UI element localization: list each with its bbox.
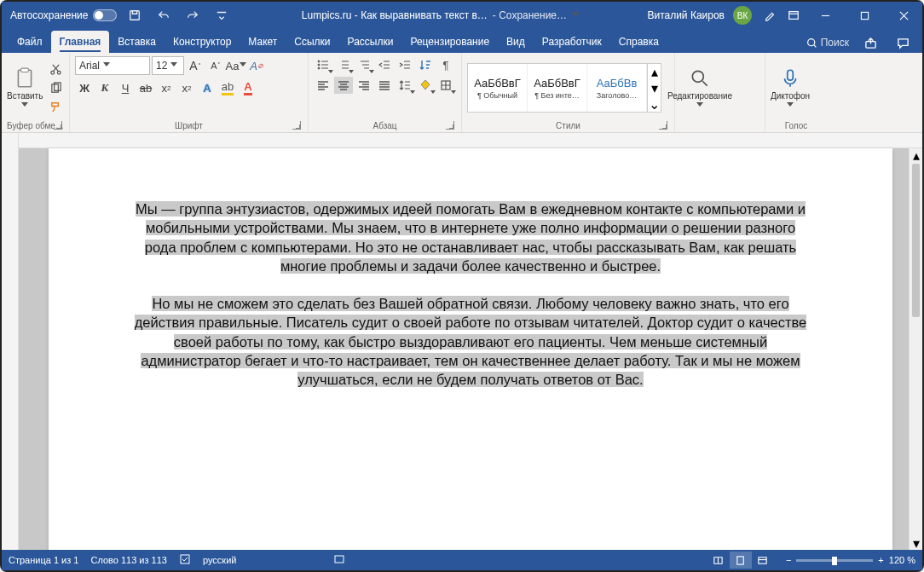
tab-layout[interactable]: Макет bbox=[240, 31, 286, 53]
maximize-button[interactable] bbox=[846, 2, 883, 29]
grow-font-icon[interactable]: A˄ bbox=[186, 56, 205, 75]
sort-icon[interactable] bbox=[416, 56, 435, 73]
scroll-up-icon[interactable]: ▴ bbox=[910, 148, 922, 162]
align-justify-icon[interactable] bbox=[375, 77, 394, 94]
scroll-thumb[interactable] bbox=[912, 164, 920, 317]
user-avatar[interactable]: ВК bbox=[733, 6, 752, 25]
undo-icon[interactable] bbox=[153, 3, 175, 27]
bold-button[interactable]: Ж bbox=[75, 78, 94, 97]
style-heading1[interactable]: АаБбВвЗаголово… bbox=[587, 64, 647, 112]
word-count[interactable]: Слово 113 из 113 bbox=[90, 555, 167, 565]
tab-view[interactable]: Вид bbox=[498, 31, 534, 53]
paste-button[interactable]: Вставить bbox=[7, 61, 43, 115]
font-size-combo[interactable]: 12 bbox=[152, 56, 184, 75]
paragraph-2[interactable]: Но мы не сможем это сделать без Вашей об… bbox=[132, 294, 809, 389]
italic-button[interactable]: К bbox=[95, 78, 114, 97]
dialog-launcher[interactable] bbox=[54, 121, 62, 130]
dialog-launcher[interactable] bbox=[292, 121, 301, 130]
chevron-down-icon bbox=[787, 102, 794, 109]
bullets-icon[interactable] bbox=[314, 56, 332, 73]
underline-button[interactable]: Ч bbox=[116, 78, 135, 97]
gallery-more-icon[interactable]: ⌄ bbox=[648, 96, 661, 113]
shrink-font-icon[interactable]: A˅ bbox=[206, 56, 225, 75]
style-gallery[interactable]: АаБбВвГ¶ Обычный АаБбВвГ¶ Без инте… АаБб… bbox=[467, 63, 661, 113]
gallery-up-icon[interactable]: ▴ bbox=[648, 64, 661, 80]
svg-rect-18 bbox=[335, 556, 344, 563]
tab-references[interactable]: Ссылки bbox=[286, 31, 338, 53]
tab-mailings[interactable]: Рассылки bbox=[339, 31, 402, 53]
web-layout-icon[interactable] bbox=[752, 552, 774, 569]
ribbon-display-icon[interactable] bbox=[783, 3, 805, 27]
autosave-toggle[interactable]: Автосохранение bbox=[10, 9, 117, 21]
tab-review[interactable]: Рецензирование bbox=[401, 31, 498, 53]
strike-button[interactable]: ab bbox=[136, 78, 155, 97]
close-button[interactable] bbox=[885, 2, 922, 29]
svg-rect-19 bbox=[737, 556, 743, 563]
zoom-in-button[interactable]: + bbox=[878, 555, 883, 565]
chevron-down-icon[interactable] bbox=[572, 12, 579, 19]
redo-icon[interactable] bbox=[182, 3, 204, 27]
style-normal[interactable]: АаБбВвГ¶ Обычный bbox=[468, 64, 528, 112]
font-name-combo[interactable]: Arial bbox=[75, 56, 150, 75]
indent-dec-icon[interactable] bbox=[375, 56, 394, 73]
multilevel-icon[interactable] bbox=[355, 56, 373, 73]
accessibility-icon[interactable] bbox=[333, 553, 345, 567]
numbering-icon[interactable] bbox=[334, 56, 353, 73]
line-spacing-icon[interactable] bbox=[396, 77, 414, 94]
tab-developer[interactable]: Разработчик bbox=[534, 31, 610, 53]
page-indicator[interactable]: Страница 1 из 1 bbox=[9, 555, 78, 565]
comments-icon[interactable] bbox=[892, 32, 914, 53]
font-color-icon[interactable]: A bbox=[239, 78, 257, 97]
dictate-button[interactable]: Диктофон bbox=[771, 61, 810, 115]
clear-format-icon[interactable]: A⊘ bbox=[247, 56, 266, 75]
highlight-icon[interactable]: ab bbox=[218, 78, 237, 97]
language-indicator[interactable]: русский bbox=[203, 555, 236, 565]
save-icon[interactable] bbox=[124, 3, 146, 27]
vertical-scrollbar[interactable]: ▴ ▾ bbox=[909, 148, 922, 550]
gallery-down-icon[interactable]: ▾ bbox=[648, 80, 661, 96]
change-case-icon[interactable]: Aa bbox=[227, 56, 245, 75]
superscript-icon[interactable]: x2 bbox=[177, 78, 196, 97]
scroll-down-icon[interactable]: ▾ bbox=[910, 536, 922, 550]
print-layout-icon[interactable] bbox=[730, 552, 752, 569]
align-right-icon[interactable] bbox=[355, 77, 373, 94]
tab-home[interactable]: Главная bbox=[51, 31, 110, 53]
copy-icon[interactable] bbox=[46, 79, 65, 96]
vertical-ruler[interactable] bbox=[2, 133, 19, 550]
indent-inc-icon[interactable] bbox=[396, 56, 414, 73]
horizontal-ruler[interactable] bbox=[19, 133, 922, 148]
cut-icon[interactable] bbox=[46, 61, 65, 78]
align-left-icon[interactable] bbox=[314, 77, 332, 94]
text-effects-icon[interactable]: A bbox=[198, 78, 217, 97]
borders-icon[interactable] bbox=[436, 77, 455, 94]
format-painter-icon[interactable] bbox=[46, 98, 65, 115]
page[interactable]: Мы — группа энтузиастов, одержимых идеей… bbox=[49, 148, 892, 550]
pen-icon[interactable] bbox=[759, 3, 781, 27]
zoom-slider[interactable] bbox=[796, 559, 873, 562]
group-editing: Редактирование bbox=[675, 53, 765, 132]
search-box[interactable]: Поиск bbox=[806, 37, 849, 49]
pilcrow-icon[interactable]: ¶ bbox=[436, 56, 455, 73]
shading-icon[interactable] bbox=[416, 77, 435, 94]
tab-insert[interactable]: Вставка bbox=[109, 31, 165, 53]
group-label: Стили bbox=[467, 119, 669, 132]
subscript-icon[interactable]: x2 bbox=[157, 78, 176, 97]
tab-design[interactable]: Конструктор bbox=[165, 31, 240, 53]
minimize-button[interactable] bbox=[806, 2, 844, 29]
editing-button[interactable]: Редактирование bbox=[680, 61, 719, 115]
qat-customize-icon[interactable] bbox=[211, 3, 233, 27]
zoom-out-button[interactable]: − bbox=[786, 555, 791, 565]
group-styles: АаБбВвГ¶ Обычный АаБбВвГ¶ Без инте… АаБб… bbox=[462, 53, 675, 132]
style-nospacing[interactable]: АаБбВвГ¶ Без инте… bbox=[528, 64, 587, 112]
tab-file[interactable]: Файл bbox=[9, 31, 51, 53]
read-mode-icon[interactable] bbox=[707, 552, 730, 569]
toggle-switch[interactable] bbox=[93, 9, 117, 21]
align-center-icon[interactable] bbox=[334, 77, 353, 94]
tab-help[interactable]: Справка bbox=[610, 31, 667, 53]
dialog-launcher[interactable] bbox=[659, 121, 667, 130]
zoom-level[interactable]: 120 % bbox=[889, 555, 915, 565]
share-icon[interactable] bbox=[859, 32, 881, 53]
paragraph-1[interactable]: Мы — группа энтузиастов, одержимых идеей… bbox=[132, 199, 809, 275]
dialog-launcher[interactable] bbox=[446, 121, 454, 130]
spellcheck-icon[interactable] bbox=[179, 553, 191, 567]
